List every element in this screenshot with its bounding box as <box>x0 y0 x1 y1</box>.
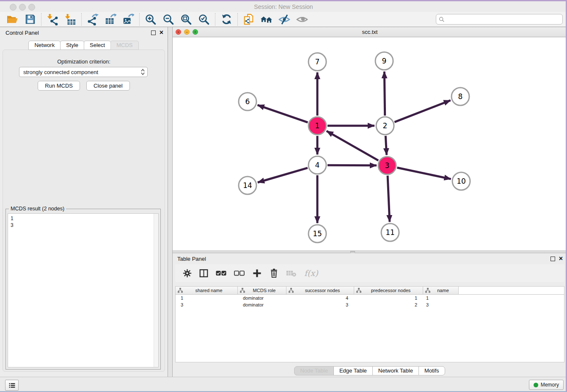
cell-name[interactable]: 1 <box>423 295 459 301</box>
table-row[interactable]: 3dominator323 <box>176 301 564 308</box>
mcds-result-title: MCDS result (2 nodes) <box>9 206 66 212</box>
columns-icon <box>199 269 208 278</box>
graph-node-7[interactable]: 7 <box>308 53 326 71</box>
cell-predecessor-nodes[interactable]: 2 <box>354 302 423 307</box>
cell-successor-nodes[interactable]: 4 <box>286 295 354 301</box>
graph-edge-2-8[interactable] <box>394 100 450 122</box>
column-header-mcds-role[interactable]: MCDS role <box>238 287 286 294</box>
memory-button[interactable]: Memory <box>529 380 564 390</box>
criterion-dropdown[interactable]: strongly connected component <box>19 67 148 77</box>
node-table[interactable]: shared nameMCDS rolesuccessor nodesprede… <box>175 286 564 362</box>
first-neighbors-button[interactable] <box>258 13 275 26</box>
function-builder-button[interactable]: f(x) <box>304 268 318 278</box>
export-image-button[interactable] <box>119 13 137 26</box>
close-panel-icon[interactable]: × <box>559 256 563 261</box>
graph-edge-2-3[interactable] <box>385 136 386 155</box>
float-panel-icon[interactable] <box>151 30 156 35</box>
hide-selected-button[interactable] <box>275 13 293 26</box>
mcds-result-text: 1 3 <box>8 214 154 367</box>
graph-node-6[interactable]: 6 <box>239 93 256 110</box>
control-tab-select[interactable]: Select <box>84 41 111 50</box>
graph-node-8[interactable]: 8 <box>451 88 469 105</box>
delete-table-button[interactable] <box>286 270 297 277</box>
close-panel-icon[interactable]: × <box>160 30 163 35</box>
graph-node-11[interactable]: 11 <box>381 224 399 241</box>
open-session-button[interactable] <box>3 13 21 26</box>
table-tab-motifs[interactable]: Motifs <box>418 366 445 375</box>
graph-node-9[interactable]: 9 <box>375 52 393 70</box>
cell-shared-name[interactable]: 3 <box>176 302 238 307</box>
search-input[interactable] <box>445 16 562 23</box>
cell-mcds-role[interactable]: dominator <box>238 295 286 301</box>
column-header-name[interactable]: name <box>423 287 459 294</box>
clone-network-button[interactable] <box>240 13 258 26</box>
apply-layout-button[interactable] <box>217 13 235 26</box>
graph-edge-4-14[interactable] <box>258 168 308 182</box>
table-row[interactable]: 1dominator411 <box>176 295 564 301</box>
run-mcds-button[interactable]: Run MCDS <box>38 81 80 91</box>
network-canvas[interactable]: 7968124314101511 <box>173 37 567 251</box>
table-panel-tabs: Node TableEdge TableNetwork TableMotifs <box>173 366 567 375</box>
control-tab-style[interactable]: Style <box>60 41 84 50</box>
titlebar[interactable]: Session: New Session <box>0 1 567 12</box>
column-layout-button[interactable] <box>199 269 208 278</box>
zoom-selected-button[interactable] <box>195 13 213 26</box>
table-tab-edge-table[interactable]: Edge Table <box>333 366 373 375</box>
graph-edge-4-3[interactable] <box>328 165 377 166</box>
graph-edge-2-9[interactable] <box>384 72 385 116</box>
graph-node-14[interactable]: 14 <box>239 177 256 194</box>
optimization-criterion-label: Optimization criterion: <box>3 58 165 65</box>
graph-node-4[interactable]: 4 <box>308 156 326 174</box>
cell-successor-nodes[interactable]: 3 <box>286 302 354 307</box>
column-header-successor-nodes[interactable]: successor nodes <box>286 287 354 294</box>
show-all-button[interactable] <box>293 13 311 26</box>
toolbar-separator <box>41 13 41 26</box>
graph-node-3[interactable]: 3 <box>378 157 396 174</box>
graph-edge-3-10[interactable] <box>397 168 451 179</box>
task-history-button[interactable] <box>5 380 19 391</box>
control-tab-mcds[interactable]: MCDS <box>110 41 138 50</box>
close-panel-button[interactable]: Close panel <box>86 81 130 91</box>
deselect-all-button[interactable] <box>234 270 245 276</box>
vertical-splitter[interactable] <box>168 27 173 377</box>
mcds-result-area[interactable]: 1 3 <box>8 213 159 367</box>
splitter-grip[interactable] <box>169 196 171 206</box>
import-network-button[interactable] <box>44 13 61 26</box>
graph-node-1[interactable]: 1 <box>308 117 326 135</box>
graph-edge-3-1[interactable] <box>327 131 378 160</box>
export-table-button[interactable] <box>102 13 119 26</box>
cell-name[interactable]: 3 <box>423 302 459 307</box>
graph-node-2[interactable]: 2 <box>376 117 394 135</box>
graph-node-15[interactable]: 15 <box>308 225 326 243</box>
zoom-fit-button[interactable] <box>177 13 195 26</box>
table-tab-node-table[interactable]: Node Table <box>294 366 334 375</box>
import-table-button[interactable] <box>61 13 79 26</box>
zoom-out-button[interactable] <box>160 13 177 26</box>
column-sort-icon <box>289 288 294 293</box>
cell-mcds-role[interactable]: dominator <box>238 302 286 307</box>
delete-column-button[interactable] <box>270 268 278 278</box>
column-header-shared-name[interactable]: shared name <box>176 287 238 294</box>
table-tab-network-table[interactable]: Network Table <box>372 366 419 375</box>
add-column-button[interactable] <box>252 268 262 278</box>
cell-shared-name[interactable]: 1 <box>176 295 238 301</box>
save-session-button[interactable] <box>21 13 39 26</box>
cell-predecessor-nodes[interactable]: 1 <box>354 295 423 301</box>
network-graph[interactable]: 7968124314101511 <box>173 37 567 250</box>
table-settings-button[interactable] <box>183 269 192 278</box>
control-tab-network[interactable]: Network <box>28 41 61 50</box>
select-all-button[interactable] <box>216 270 226 276</box>
search-box[interactable] <box>436 14 563 25</box>
float-panel-icon[interactable] <box>550 257 555 261</box>
graph-node-10[interactable]: 10 <box>452 172 470 190</box>
network-window-titlebar[interactable]: × − + scc.txt <box>173 27 567 37</box>
graph-edge-3-11[interactable] <box>388 176 390 222</box>
network-window-title: scc.txt <box>173 29 567 35</box>
column-header-predecessor-nodes[interactable]: predecessor nodes <box>354 287 423 294</box>
show-eye-icon <box>296 14 308 25</box>
graph-edge-1-6[interactable] <box>258 105 308 122</box>
export-network-button[interactable] <box>84 13 102 26</box>
zoom-in-button[interactable] <box>142 13 160 26</box>
table-panel-header: Table Panel × <box>173 253 567 264</box>
result-scrollbar[interactable] <box>154 214 158 367</box>
